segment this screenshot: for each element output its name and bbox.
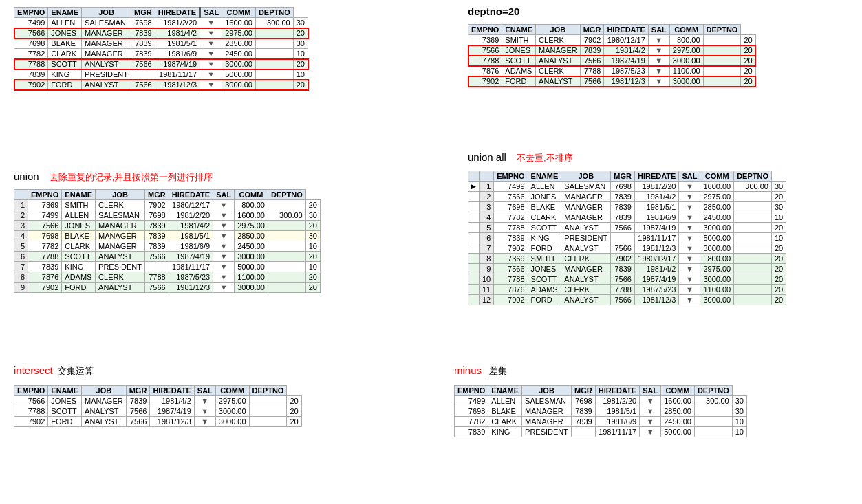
sort-arrow[interactable]: ▼ [213, 241, 235, 252]
sort-arrow[interactable]: ▼ [194, 417, 215, 427]
cell: 7839 [145, 241, 169, 252]
sort-arrow[interactable]: ▼ [679, 223, 700, 233]
sort-arrow[interactable]: ▼ [648, 35, 669, 45]
sort-arrow[interactable]: ▼ [200, 59, 222, 69]
sort-arrow[interactable]: ▼ [640, 417, 661, 427]
table-row: 97902FORDANALYST75661981/12/3▼3000.0020 [14, 283, 321, 293]
row-num: 1 [14, 200, 28, 210]
cell: 7839 [611, 202, 635, 212]
sort-arrow[interactable]: ▼ [200, 28, 222, 39]
sort-arrow[interactable]: ▼ [640, 406, 661, 417]
cell: 7839 [611, 212, 635, 223]
sort-arrow[interactable]: ▼ [679, 254, 700, 264]
sort-arrow[interactable]: ▼ [679, 295, 700, 305]
col-deptno: DEPTNO [694, 386, 732, 396]
cell: 1981/6/9 [595, 417, 639, 427]
col-mgr: MGR [126, 386, 150, 396]
sort-arrow[interactable]: ▼ [194, 406, 215, 417]
sort-arrow[interactable]: ▼ [213, 272, 235, 283]
cell: 20 [287, 417, 301, 427]
row-indicator [468, 223, 480, 233]
cell: 1981/4/2 [155, 28, 200, 39]
cell: MANAGER [522, 406, 572, 417]
cell: 5000.00 [661, 427, 695, 437]
cell: SALESMAN [561, 182, 611, 192]
col-mgr: MGR [131, 8, 155, 18]
sort-arrow[interactable]: ▼ [213, 210, 235, 221]
cell: 1981/2/20 [595, 396, 639, 406]
dept-table: EMPNO ENAME JOB MGR HIREDATE SAL COMM DE… [468, 24, 756, 87]
cell: 10 [293, 49, 308, 59]
cell: 1981/2/20 [155, 18, 200, 28]
sort-arrow[interactable]: ▼ [648, 76, 669, 87]
cell: PRESIDENT [522, 427, 572, 437]
cell [734, 192, 772, 202]
sort-arrow[interactable]: ▼ [679, 192, 700, 202]
cell: 20 [772, 274, 786, 285]
sort-arrow[interactable]: ▼ [194, 396, 215, 406]
sort-arrow[interactable]: ▼ [640, 396, 661, 406]
row-num: 8 [14, 272, 28, 283]
cell: ADAMS [62, 272, 96, 283]
sort-arrow[interactable]: ▼ [648, 56, 669, 66]
sort-arrow[interactable]: ▼ [200, 39, 222, 49]
sort-arrow[interactable]: ▼ [213, 283, 235, 293]
cell [703, 66, 741, 76]
cell: MANAGER [82, 49, 131, 59]
cell: JONES [48, 396, 82, 406]
cell: MANAGER [96, 221, 145, 231]
sort-arrow[interactable]: ▼ [213, 200, 235, 210]
sort-arrow[interactable]: ▼ [679, 182, 700, 192]
sort-arrow[interactable]: ▼ [648, 45, 669, 56]
cell [249, 406, 287, 417]
sort-arrow[interactable]: ▼ [200, 18, 222, 28]
cell [734, 233, 772, 243]
unionall-keyword: union all [468, 151, 506, 163]
cell: 1981/5/1 [595, 406, 639, 417]
col-sal: SAL [648, 25, 669, 35]
cell: 7782 [28, 241, 62, 252]
sort-arrow[interactable]: ▼ [679, 233, 700, 243]
cell: SMITH [502, 35, 536, 45]
cell: 1981/4/2 [150, 396, 194, 406]
cell: 10 [293, 69, 308, 80]
cell: ALLEN [528, 182, 561, 192]
cell: 2975.00 [700, 264, 734, 274]
sort-arrow[interactable]: ▼ [679, 274, 700, 285]
sort-arrow[interactable]: ▼ [213, 252, 235, 262]
cell: 5000.00 [235, 262, 268, 272]
sort-arrow[interactable]: ▼ [213, 221, 235, 231]
col-empno: EMPNO [494, 171, 528, 182]
cell: BLAKE [528, 202, 561, 212]
cell [268, 283, 305, 293]
sort-arrow[interactable]: ▼ [679, 243, 700, 254]
cell: CLERK [561, 254, 611, 264]
cell: KING [62, 262, 96, 272]
sort-arrow[interactable]: ▼ [640, 427, 661, 437]
cell: MANAGER [561, 202, 611, 212]
sort-arrow[interactable]: ▼ [679, 285, 700, 295]
cell: 1600.00 [661, 396, 695, 406]
sort-arrow[interactable]: ▼ [200, 69, 222, 80]
cell: ALLEN [488, 396, 522, 406]
sort-arrow[interactable]: ▼ [679, 202, 700, 212]
sort-arrow[interactable]: ▼ [213, 262, 235, 272]
cell [268, 241, 305, 252]
minus-table: EMPNO ENAME JOB MGR HIREDATE SAL COMM DE… [454, 385, 747, 437]
cell [572, 427, 596, 437]
cell: 7566 [14, 396, 48, 406]
cell: 7566 [28, 221, 62, 231]
col-mgr: MGR [145, 190, 169, 200]
row-num: 5 [480, 223, 494, 233]
cell: 7566 [580, 76, 604, 87]
col-empno: EMPNO [468, 25, 502, 35]
sort-arrow[interactable]: ▼ [679, 212, 700, 223]
sort-arrow[interactable]: ▼ [200, 80, 222, 90]
sort-arrow[interactable]: ▼ [679, 264, 700, 274]
cell [734, 254, 772, 264]
cell [703, 45, 741, 56]
sort-arrow[interactable]: ▼ [213, 231, 235, 241]
sort-arrow[interactable]: ▼ [200, 49, 222, 59]
table-row: 7499ALLENSALESMAN76981981/2/20▼1600.0030… [14, 18, 308, 28]
sort-arrow[interactable]: ▼ [648, 66, 669, 76]
